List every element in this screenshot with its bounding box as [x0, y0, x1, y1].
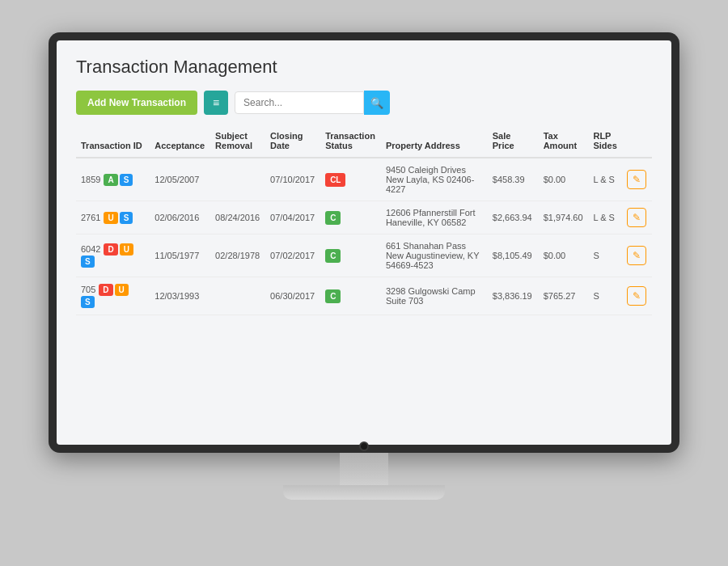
badge-d: D: [99, 284, 112, 296]
toolbar: Add New Transaction ≡ 🔍: [76, 91, 652, 115]
col-header-rlp: RLP Sides: [588, 126, 622, 158]
cell-closing: 07/10/2017: [265, 158, 320, 201]
col-header-tax: Tax Amount: [539, 126, 589, 158]
col-header-status: Transaction Status: [320, 126, 381, 158]
col-header-action: [622, 126, 652, 158]
badge-u: U: [115, 284, 129, 296]
status-badge: CL: [325, 173, 345, 187]
cell-action: ✎: [622, 201, 652, 234]
badge-u: U: [120, 243, 133, 256]
cell-sale-price: $458.39: [488, 158, 539, 201]
search-icon: 🔍: [370, 97, 383, 109]
cell-closing: 07/02/2017: [265, 234, 320, 277]
cell-tax-amount: $1,974.60: [539, 201, 589, 234]
table-row: 705DUS12/03/199306/30/2017C3298 Gulgowsk…: [76, 277, 652, 315]
search-input[interactable]: [235, 91, 364, 114]
cell-action: ✎: [622, 234, 652, 277]
status-badge: C: [325, 289, 341, 303]
cell-address: 3298 Gulgowski Camp Suite 703: [381, 277, 488, 315]
col-header-sale: Sale Price: [488, 126, 539, 158]
cell-removal: [210, 158, 265, 201]
badge-s: S: [120, 174, 133, 186]
cell-sale-price: $3,836.19: [488, 277, 539, 315]
monitor-base: [283, 485, 445, 500]
cell-tax-amount: $0.00: [539, 158, 589, 201]
cell-sale-price: $8,105.49: [488, 234, 539, 277]
table-row: 2761US02/06/201608/24/201607/04/2017C126…: [76, 201, 652, 234]
transaction-id: 705: [81, 285, 95, 294]
edit-button[interactable]: ✎: [627, 286, 646, 306]
cell-status: C: [320, 277, 381, 315]
transaction-id: 2761: [81, 213, 100, 222]
cell-status: C: [320, 234, 381, 277]
cell-sale-price: $2,663.94: [488, 201, 539, 234]
edit-button[interactable]: ✎: [627, 170, 646, 189]
status-badge: C: [325, 249, 341, 263]
badge-s: S: [120, 212, 133, 224]
col-header-id: Transaction ID: [76, 126, 150, 158]
cell-acceptance: 12/05/2007: [150, 158, 210, 201]
col-header-acceptance: Acceptance: [150, 126, 210, 158]
cell-acceptance: 02/06/2016: [150, 201, 210, 234]
cell-address: 12606 Pfannerstill Fort Haneville, KY 06…: [381, 201, 488, 234]
table-row: 1859AS12/05/200707/10/2017CL9450 Caleigh…: [76, 158, 652, 201]
badge-u: U: [104, 212, 117, 224]
cell-status: CL: [320, 158, 381, 201]
filter-icon: ≡: [213, 96, 219, 109]
badge-s: S: [81, 296, 95, 308]
table-row: 6042DUS11/05/197702/28/197807/02/2017C66…: [76, 234, 652, 277]
col-header-removal: Subject Removal: [210, 126, 265, 158]
cell-rlp-sides: S: [588, 234, 622, 277]
cell-rlp-sides: L & S: [588, 158, 622, 201]
cell-closing: 06/30/2017: [265, 277, 320, 315]
cell-status: C: [320, 201, 381, 234]
cell-action: ✎: [622, 158, 652, 201]
cell-id: 705DUS: [76, 277, 150, 315]
cell-id: 6042DUS: [76, 234, 150, 277]
col-header-closing: Closing Date: [265, 126, 320, 158]
cell-address: 9450 Caleigh Drives New Layla, KS 02406-…: [381, 158, 488, 201]
cell-removal: [210, 277, 265, 315]
badge-d: D: [104, 243, 117, 256]
cell-address: 661 Shanahan Pass New Augustineview, KY …: [381, 234, 488, 277]
search-button[interactable]: 🔍: [364, 91, 390, 115]
cell-id: 1859AS: [76, 158, 150, 201]
table-header-row: Transaction ID Acceptance Subject Remova…: [76, 126, 652, 158]
badge-a: A: [104, 174, 117, 186]
monitor-camera: [359, 441, 369, 451]
cell-rlp-sides: L & S: [588, 201, 622, 234]
cell-acceptance: 12/03/1993: [150, 277, 210, 315]
cell-removal: 08/24/2016: [210, 201, 265, 234]
edit-button[interactable]: ✎: [627, 208, 646, 227]
cell-id: 2761US: [76, 201, 150, 234]
cell-removal: 02/28/1978: [210, 234, 265, 277]
edit-button[interactable]: ✎: [627, 246, 646, 265]
cell-action: ✎: [622, 277, 652, 315]
cell-closing: 07/04/2017: [265, 201, 320, 234]
cell-rlp-sides: S: [588, 277, 622, 315]
cell-tax-amount: $0.00: [539, 234, 589, 277]
add-transaction-button[interactable]: Add New Transaction: [76, 91, 197, 115]
col-header-address: Property Address: [381, 126, 488, 158]
transaction-id: 6042: [81, 244, 100, 254]
transaction-id: 1859: [81, 175, 100, 184]
cell-tax-amount: $765.27: [539, 277, 589, 315]
search-wrapper: 🔍: [235, 91, 390, 115]
cell-acceptance: 11/05/1977: [150, 234, 210, 277]
filter-button[interactable]: ≡: [204, 91, 228, 115]
status-badge: C: [325, 211, 341, 225]
badge-s: S: [81, 256, 95, 268]
page-title: Transaction Management: [76, 57, 652, 78]
transactions-table: Transaction ID Acceptance Subject Remova…: [76, 126, 652, 315]
monitor-neck: [340, 453, 388, 485]
